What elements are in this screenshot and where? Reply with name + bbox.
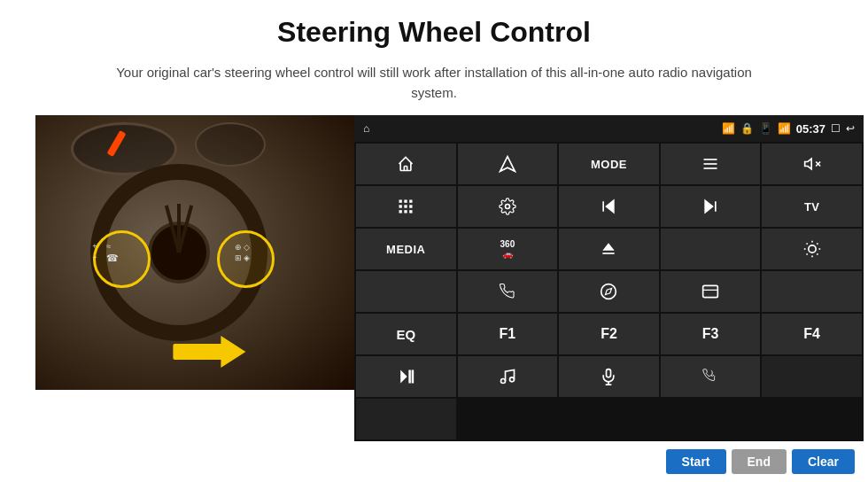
end-button[interactable]: End <box>732 449 787 474</box>
volume-x-icon <box>803 155 821 173</box>
eject-icon <box>600 240 617 258</box>
tv-label: TV <box>804 200 820 214</box>
steering-wheel-image: +≈ −☎ ⊕◇ ⊞◈ <box>35 115 354 390</box>
f2-label: F1 <box>500 326 516 342</box>
f1-button[interactable]: EQ <box>356 314 456 354</box>
status-left: ⌂ <box>363 122 369 135</box>
prev-button[interactable] <box>559 186 659 227</box>
back-icon: ↩ <box>846 122 855 135</box>
bottom-bar: Start End Clear <box>354 441 864 482</box>
music-icon <box>499 368 516 385</box>
settings-button[interactable] <box>458 186 558 227</box>
f4-button[interactable]: F3 <box>661 314 761 354</box>
eject-button[interactable] <box>559 229 659 269</box>
eq-button[interactable] <box>762 271 862 312</box>
send-icon <box>499 155 516 173</box>
window-button[interactable] <box>661 271 761 312</box>
apps-icon <box>397 198 415 215</box>
mic-button[interactable] <box>559 356 659 397</box>
f1-label: EQ <box>396 327 415 342</box>
skip-forward-icon <box>701 198 719 215</box>
phone-icon <box>499 283 516 300</box>
mute-button[interactable] <box>762 144 862 184</box>
page-container: Steering Wheel Control Your original car… <box>0 0 868 482</box>
dvd-button[interactable] <box>356 271 456 312</box>
phone-button[interactable] <box>458 271 558 312</box>
clear-button[interactable]: Clear <box>792 449 855 474</box>
svg-line-28 <box>806 253 807 254</box>
sim-icon: 📱 <box>759 122 772 135</box>
sun-icon <box>803 240 821 258</box>
svg-line-29 <box>817 244 818 245</box>
brightness-button[interactable] <box>762 229 862 269</box>
right-cluster: ⊕◇ ⊞◈ <box>235 243 251 262</box>
arrow-indicator <box>173 336 245 368</box>
status-right: 📶 🔒 📱 📶 05:37 ☐ ↩ <box>722 122 855 136</box>
compass-icon <box>600 283 617 300</box>
mic-icon <box>600 368 617 385</box>
tv-button[interactable]: TV <box>762 186 862 227</box>
gauge-right <box>195 122 266 167</box>
svg-rect-10 <box>409 205 412 207</box>
svg-rect-34 <box>409 370 412 384</box>
svg-point-36 <box>500 379 505 384</box>
page-title: Steering Wheel Control <box>277 16 591 49</box>
svg-line-25 <box>817 253 818 254</box>
skip-back-icon <box>600 198 617 215</box>
mode-button[interactable]: MODE <box>559 144 659 184</box>
svg-rect-7 <box>409 200 412 203</box>
f4-label: F3 <box>702 326 719 342</box>
play-pause-button[interactable] <box>356 356 456 397</box>
wifi-icon: 📶 <box>722 122 735 135</box>
settings-icon <box>499 198 516 215</box>
f3-button[interactable]: F2 <box>559 314 659 354</box>
svg-marker-19 <box>603 243 615 250</box>
svg-rect-31 <box>703 285 718 297</box>
mode-label: MODE <box>591 158 627 171</box>
f3-label: F2 <box>601 326 617 342</box>
control-panel: ⌂ 📶 🔒 📱 📶 05:37 ☐ ↩ <box>354 115 864 482</box>
f5-label: F4 <box>803 326 820 342</box>
spoke-bottom <box>177 204 181 253</box>
next-button[interactable] <box>661 186 761 227</box>
camera-360-button[interactable]: 360🚗 <box>458 229 558 269</box>
svg-rect-35 <box>412 370 415 384</box>
media-button[interactable]: MEDIA <box>356 229 456 269</box>
screen-icon: ☐ <box>831 122 841 135</box>
svg-line-24 <box>806 244 807 245</box>
navigation-button[interactable] <box>458 144 558 184</box>
arrow-shaft <box>173 344 221 360</box>
lock-icon: 🔒 <box>740 122 754 135</box>
page-subtitle: Your original car's steering wheel contr… <box>115 63 753 103</box>
left-cluster: +≈ −☎ <box>92 242 119 264</box>
list-button[interactable] <box>661 144 761 184</box>
button-grid: MODE <box>354 142 864 441</box>
phone-volume-button[interactable] <box>661 356 761 397</box>
start-button[interactable]: Start <box>666 449 726 474</box>
f2-button[interactable]: F1 <box>458 314 558 354</box>
nav-compass-button[interactable] <box>559 271 659 312</box>
svg-rect-11 <box>399 210 402 213</box>
svg-rect-8 <box>399 205 402 207</box>
list-icon <box>701 155 719 173</box>
svg-point-30 <box>601 284 616 299</box>
apps-button[interactable] <box>356 186 456 227</box>
music-button[interactable] <box>458 356 558 397</box>
radio-button[interactable] <box>661 229 761 269</box>
svg-point-37 <box>509 377 514 382</box>
status-bar: ⌂ 📶 🔒 📱 📶 05:37 ☐ ↩ <box>354 115 864 142</box>
phone-volume-icon <box>701 368 719 385</box>
f5-button[interactable]: F4 <box>762 314 862 354</box>
arrow-head <box>221 336 245 368</box>
360-label: 360🚗 <box>500 239 515 259</box>
content-row: +≈ −☎ ⊕◇ ⊞◈ ⌂ 📶 🔒 <box>35 115 833 482</box>
media-label: MEDIA <box>386 243 425 256</box>
svg-marker-33 <box>400 370 407 384</box>
svg-rect-13 <box>409 210 412 213</box>
svg-marker-17 <box>705 200 712 212</box>
window-icon <box>701 283 719 300</box>
svg-rect-38 <box>607 369 611 377</box>
svg-point-21 <box>809 245 816 253</box>
svg-point-14 <box>505 205 509 209</box>
home-button[interactable] <box>356 144 456 184</box>
